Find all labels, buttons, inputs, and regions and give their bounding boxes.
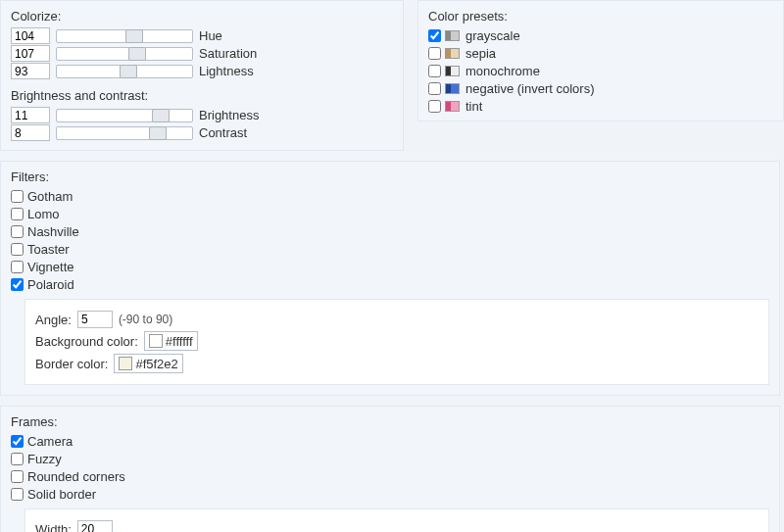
grayscale-icon [445, 30, 460, 41]
hue-input[interactable] [11, 27, 50, 44]
saturation-row: Saturation [11, 45, 393, 62]
filter-polaroid-checkbox[interactable] [11, 278, 24, 291]
frame-fuzzy-label: Fuzzy [27, 451, 62, 467]
filter-nashville-label: Nashville [27, 223, 79, 240]
filter-nashville-checkbox[interactable] [11, 225, 24, 238]
filter-gotham-label: Gotham [27, 188, 73, 205]
filter-lomo: Lomo [11, 206, 769, 222]
camera-options: Width: Color: #000000 [24, 508, 769, 532]
contrast-slider[interactable] [56, 126, 193, 140]
filter-toaster-label: Toaster [27, 241, 70, 258]
frame-fuzzy: Fuzzy [11, 451, 769, 467]
swatch-icon [149, 334, 163, 348]
preset-grayscale: grayscale [428, 27, 773, 44]
hue-slider[interactable] [56, 29, 193, 43]
frames-panel: Frames: Camera Fuzzy Rounded corners Sol… [0, 406, 780, 532]
polaroid-border-picker[interactable]: #f5f2e2 [114, 354, 182, 373]
filter-polaroid: Polaroid [11, 276, 769, 293]
brightness-row: Brightness [11, 107, 393, 123]
preset-tint-checkbox[interactable] [428, 100, 441, 113]
polaroid-bg-value: #ffffff [166, 334, 193, 349]
preset-monochrome-label: monochrome [466, 63, 540, 79]
frames-title: Frames: [11, 414, 769, 429]
saturation-input[interactable] [11, 45, 50, 62]
camera-width-input[interactable] [77, 520, 113, 532]
frame-fuzzy-checkbox[interactable] [11, 453, 24, 465]
swatch-icon [119, 357, 132, 370]
polaroid-angle-hint: (-90 to 90) [119, 313, 172, 326]
brightness-label: Brightness [199, 108, 259, 122]
polaroid-bg-row: Background color: #ffffff [35, 331, 759, 351]
polaroid-angle-row: Angle: (-90 to 90) [35, 311, 759, 328]
filter-gotham: Gotham [11, 188, 769, 205]
frame-rounded-label: Rounded corners [27, 468, 125, 485]
preset-negative-checkbox[interactable] [428, 82, 441, 95]
polaroid-border-row: Border color: #f5f2e2 [35, 354, 759, 373]
filter-vignette: Vignette [11, 259, 769, 275]
filter-toaster: Toaster [11, 241, 769, 258]
hue-label: Hue [199, 28, 222, 43]
color-presets-panel: Color presets: grayscale sepia monochrom… [417, 0, 784, 121]
frame-camera-label: Camera [27, 433, 73, 450]
frame-rounded-checkbox[interactable] [11, 470, 24, 483]
contrast-input[interactable] [11, 124, 50, 141]
polaroid-options: Angle: (-90 to 90) Background color: #ff… [24, 299, 769, 385]
polaroid-angle-label: Angle: [35, 313, 72, 327]
saturation-slider[interactable] [56, 47, 193, 61]
contrast-label: Contrast [199, 125, 247, 140]
preset-tint-label: tint [466, 98, 482, 115]
filters-panel: Filters: Gotham Lomo Nashville Toaster V… [0, 161, 780, 396]
polaroid-bg-picker[interactable]: #ffffff [144, 331, 198, 351]
camera-width-row: Width: [35, 520, 759, 532]
colorize-panel: Colorize: Hue Saturation Lightness Brigh… [0, 0, 404, 151]
sepia-icon [445, 48, 460, 59]
polaroid-border-value: #f5f2e2 [135, 357, 177, 371]
hue-row: Hue [11, 27, 393, 44]
colorize-title: Colorize: [11, 9, 393, 24]
preset-negative-label: negative (invert colors) [466, 80, 595, 97]
filter-vignette-label: Vignette [27, 259, 74, 275]
frame-solid: Solid border [11, 486, 769, 503]
preset-sepia: sepia [428, 45, 773, 62]
lightness-input[interactable] [11, 63, 50, 79]
polaroid-bg-label: Background color: [35, 334, 138, 349]
polaroid-border-label: Border color: [35, 357, 108, 371]
contrast-row: Contrast [11, 124, 393, 141]
camera-width-label: Width: [35, 522, 72, 533]
negative-icon [445, 83, 460, 94]
brightness-slider[interactable] [56, 109, 193, 122]
monochrome-icon [445, 66, 460, 76]
filter-gotham-checkbox[interactable] [11, 190, 24, 203]
lightness-label: Lightness [199, 64, 254, 78]
frame-camera: Camera [11, 433, 769, 450]
frame-rounded: Rounded corners [11, 468, 769, 485]
frame-solid-checkbox[interactable] [11, 488, 24, 501]
filters-title: Filters: [11, 169, 769, 184]
preset-grayscale-label: grayscale [466, 27, 520, 44]
saturation-label: Saturation [199, 46, 257, 61]
filter-toaster-checkbox[interactable] [11, 243, 24, 256]
preset-sepia-checkbox[interactable] [428, 47, 441, 60]
filter-lomo-checkbox[interactable] [11, 208, 24, 220]
preset-monochrome-checkbox[interactable] [428, 65, 441, 77]
preset-grayscale-checkbox[interactable] [428, 29, 441, 42]
frame-solid-label: Solid border [27, 486, 96, 503]
filter-nashville: Nashville [11, 223, 769, 240]
preset-tint: tint [428, 98, 773, 115]
brightness-contrast-title: Brightness and contrast: [11, 88, 393, 103]
preset-sepia-label: sepia [466, 45, 496, 62]
preset-negative: negative (invert colors) [428, 80, 773, 97]
filter-polaroid-label: Polaroid [27, 276, 74, 293]
lightness-row: Lightness [11, 63, 393, 79]
filter-vignette-checkbox[interactable] [11, 261, 24, 273]
filter-lomo-label: Lomo [27, 206, 60, 222]
polaroid-angle-input[interactable] [77, 311, 113, 328]
tint-icon [445, 101, 460, 112]
color-presets-title: Color presets: [428, 9, 773, 24]
frame-camera-checkbox[interactable] [11, 435, 24, 448]
brightness-input[interactable] [11, 107, 50, 123]
lightness-slider[interactable] [56, 65, 193, 78]
preset-monochrome: monochrome [428, 63, 773, 79]
